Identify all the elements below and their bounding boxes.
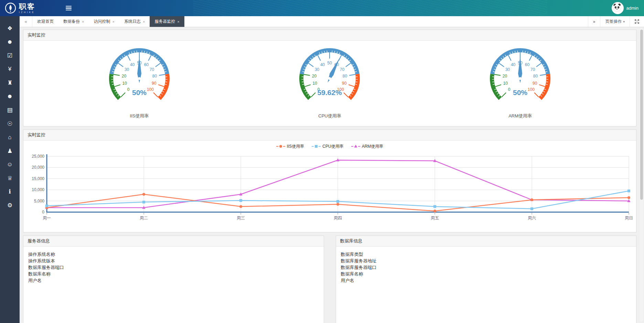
tab-label: 欢迎首页 bbox=[37, 19, 54, 24]
svg-text:20: 20 bbox=[503, 74, 507, 79]
legend-item-IIS使用率[interactable]: IIS使用率 bbox=[276, 144, 304, 149]
close-icon[interactable]: × bbox=[112, 20, 114, 24]
gauge-ARM使用率: 010203040506070809010050%ARM使用率 bbox=[481, 46, 560, 119]
panel-title: 实时监控 bbox=[23, 30, 636, 41]
tab-数据备份[interactable]: 数据备份× bbox=[58, 16, 89, 27]
gauge-title: ARM使用率 bbox=[508, 113, 532, 119]
gauge-value: 50% bbox=[513, 88, 527, 96]
close-icon[interactable]: × bbox=[177, 20, 179, 24]
sidebar-item-education[interactable]: ⌂ bbox=[0, 131, 20, 144]
svg-text:80: 80 bbox=[533, 74, 538, 79]
svg-text:0: 0 bbox=[508, 87, 511, 92]
svg-text:10,000: 10,000 bbox=[32, 187, 44, 192]
info-icon: ℹ bbox=[9, 188, 11, 195]
tab-operations-label: 页签操作 bbox=[605, 19, 622, 24]
sidebar-item-user-group[interactable]: ☻ bbox=[0, 35, 20, 49]
sidebar-item-approval[interactable]: ☑ bbox=[0, 49, 20, 63]
sidebar-item-talent[interactable]: ♟ bbox=[0, 144, 20, 158]
legend-marker-icon bbox=[312, 145, 321, 148]
svg-text:5,000: 5,000 bbox=[34, 199, 44, 204]
svg-text:40: 40 bbox=[511, 62, 516, 67]
legend-marker-icon bbox=[351, 145, 360, 148]
tab-operations-dropdown[interactable]: 页签操作 ▾ bbox=[600, 16, 630, 27]
child-icon: ♟ bbox=[7, 147, 12, 155]
tab-label: 访问控制 bbox=[94, 19, 110, 24]
svg-text:30: 30 bbox=[315, 67, 320, 72]
svg-text:10: 10 bbox=[313, 81, 318, 86]
svg-text:60: 60 bbox=[525, 62, 530, 67]
svg-text:70: 70 bbox=[150, 67, 154, 72]
users-icon: ☻ bbox=[7, 93, 13, 100]
svg-text:40: 40 bbox=[320, 62, 325, 67]
tab-bar: « 欢迎首页数据备份×访问控制×系统日志×服务器监控× » 页签操作 ▾ bbox=[20, 16, 644, 27]
sidebar-item-modules[interactable]: ❖ bbox=[0, 22, 20, 35]
gauge-value: 59.62% bbox=[318, 88, 342, 96]
sidebar-item-institution[interactable]: ♜ bbox=[0, 76, 20, 90]
db-info-list: 数据库类型数据库服务器地址数据库服务器端口数据库名称用户名 bbox=[336, 247, 636, 288]
tab-系统日志[interactable]: 系统日志× bbox=[119, 16, 150, 27]
street-view-icon: ☉ bbox=[7, 120, 12, 127]
graduation-cap-icon: ⌂ bbox=[8, 134, 11, 141]
svg-text:30: 30 bbox=[505, 67, 510, 72]
svg-text:70: 70 bbox=[340, 67, 345, 72]
cubes-icon: ❖ bbox=[7, 25, 12, 32]
check-square-icon: ☑ bbox=[7, 52, 12, 59]
scrollbar-thumb[interactable] bbox=[640, 30, 643, 200]
info-item: 用户名 bbox=[28, 277, 319, 284]
tab-label: 数据备份 bbox=[63, 19, 80, 24]
info-item: 操作系统名称 bbox=[28, 251, 319, 258]
legend-item-ARM使用率[interactable]: ARM使用率 bbox=[351, 144, 384, 149]
legend-label: ARM使用率 bbox=[362, 144, 384, 149]
sidebar-item-personnel[interactable]: ☉ bbox=[0, 117, 20, 131]
close-icon[interactable]: × bbox=[143, 20, 145, 24]
username-label: admin bbox=[626, 6, 638, 11]
sidebar-item-finance[interactable]: ¥ bbox=[0, 63, 20, 76]
sidebar-item-profile[interactable]: ☺ bbox=[0, 158, 20, 171]
svg-text:20,000: 20,000 bbox=[32, 165, 44, 170]
svg-text:90: 90 bbox=[342, 81, 347, 86]
sidebar-item-about[interactable]: ℹ bbox=[0, 185, 20, 199]
panel-realtime-chart: 实时监控 IIS使用率CPU使用率ARM使用率 05,00010,00015,0… bbox=[23, 129, 636, 232]
server-info-list: 操作系统名称操作系统版本数据库服务器端口数据库名称用户名 bbox=[23, 247, 324, 288]
sidebar-item-business[interactable]: ▤ bbox=[0, 103, 20, 117]
line-chart: 05,00010,00015,00020,00025,000周一周二周三周四周五… bbox=[27, 152, 634, 229]
gauge-chart: 010203040506070809010050% bbox=[100, 46, 179, 105]
tabs-scroll-right-button[interactable]: » bbox=[588, 16, 600, 27]
info-item: 数据库服务器端口 bbox=[341, 264, 632, 271]
gauge-title: IIS使用率 bbox=[130, 113, 149, 119]
svg-text:90: 90 bbox=[533, 81, 537, 86]
info-item: 数据库服务器端口 bbox=[28, 264, 319, 271]
panel-title: 数据库信息 bbox=[336, 236, 636, 247]
sidebar-item-settings[interactable]: ⚙ bbox=[0, 199, 20, 212]
close-icon[interactable]: × bbox=[82, 20, 84, 24]
svg-text:周四: 周四 bbox=[334, 216, 342, 220]
user-icon: ☺ bbox=[7, 161, 13, 168]
tab-欢迎首页[interactable]: 欢迎首页 bbox=[32, 16, 58, 27]
svg-text:100: 100 bbox=[528, 87, 535, 92]
fullscreen-icon bbox=[635, 19, 639, 24]
svg-text:30: 30 bbox=[125, 67, 129, 72]
logo-title: 职客 bbox=[19, 3, 35, 10]
svg-text:20: 20 bbox=[312, 74, 317, 79]
user-menu[interactable]: admin bbox=[612, 2, 638, 14]
sidebar-item-members[interactable]: ☻ bbox=[0, 90, 20, 104]
svg-text:周一: 周一 bbox=[43, 216, 51, 220]
legend-item-CPU使用率[interactable]: CPU使用率 bbox=[312, 144, 343, 149]
tabs-scroll-left-button[interactable]: « bbox=[20, 16, 32, 27]
svg-text:40: 40 bbox=[130, 62, 135, 67]
svg-text:100: 100 bbox=[147, 87, 154, 92]
menu-toggle-button[interactable] bbox=[64, 4, 74, 13]
legend-label: IIS使用率 bbox=[287, 144, 304, 149]
vertical-scrollbar[interactable] bbox=[640, 28, 643, 322]
users-icon: ☻ bbox=[7, 39, 13, 45]
sidebar-item-achievement[interactable]: ♕ bbox=[0, 171, 20, 185]
svg-text:70: 70 bbox=[530, 67, 535, 72]
svg-text:25,000: 25,000 bbox=[32, 154, 44, 159]
tab-服务器监控[interactable]: 服务器监控× bbox=[150, 16, 184, 27]
app-logo[interactable]: 职客 IZHIKE bbox=[5, 2, 35, 14]
tab-访问控制[interactable]: 访问控制× bbox=[89, 16, 119, 27]
fullscreen-button[interactable] bbox=[630, 16, 644, 27]
gauge-value: 50% bbox=[132, 88, 147, 96]
chart-legend: IIS使用率CPU使用率ARM使用率 bbox=[27, 143, 633, 150]
svg-text:周日: 周日 bbox=[625, 216, 633, 220]
